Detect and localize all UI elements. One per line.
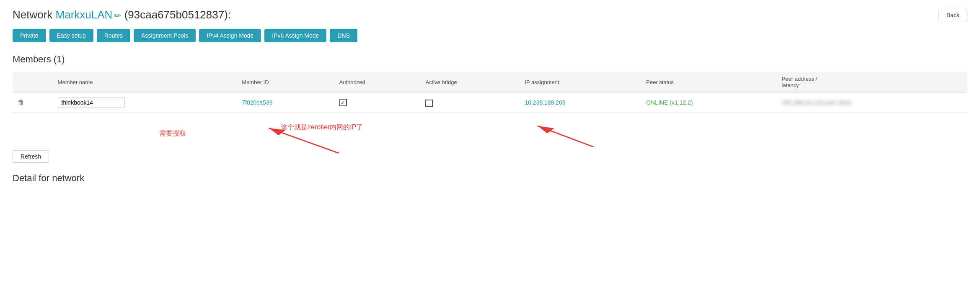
annotations-area: 需要授权 这个就是zerotier内网的IP了: [13, 113, 967, 150]
title-prefix: Network: [13, 8, 56, 21]
col-ip-assignment: IP assignment: [520, 72, 641, 93]
col-peer-address: Peer address / latency: [777, 72, 967, 93]
tab-ipv6-assign-mode[interactable]: IPv6 Assign Mode: [264, 29, 326, 42]
page-title: Network MarkxuLAN✏ (93caa675b0512837):: [13, 8, 231, 21]
ip-assignment-link[interactable]: 10.238.189.209: [525, 99, 565, 106]
authorized-cell[interactable]: ✓: [334, 93, 421, 113]
tab-easy-setup[interactable]: Easy setup: [49, 29, 93, 42]
col-active-bridge: Active bridge: [420, 72, 520, 93]
members-section-title: Members (1): [13, 54, 967, 65]
member-name-cell: [53, 93, 237, 113]
ip-assignment-cell: 10.238.189.209: [520, 93, 641, 113]
nav-tabs: Private Easy setup Routes Assignment Poo…: [13, 29, 967, 42]
peer-address-cell: 192.168.xxx.xxx:port 15ms: [777, 93, 967, 113]
authorized-checkbox[interactable]: ✓: [339, 99, 347, 106]
peer-address-text: 192.168.xxx.xxx:port 15ms: [782, 99, 852, 106]
network-id: (93caa675b0512837):: [124, 8, 231, 21]
peer-status-text: ONLINE (v1.12.2): [646, 99, 693, 106]
col-member-name: Member name: [53, 72, 237, 93]
delete-cell: 🗑: [13, 93, 53, 113]
col-peer-status: Peer status: [641, 72, 776, 93]
col-member-id: Member ID: [237, 72, 334, 93]
tab-dns[interactable]: DNS: [330, 29, 357, 42]
member-id-link[interactable]: 7f020ca539: [242, 99, 272, 106]
active-bridge-checkbox[interactable]: [425, 100, 433, 107]
annotation-zerotier-ip: 这个就是zerotier内网的IP了: [281, 123, 363, 132]
col-actions: [13, 72, 53, 93]
edit-icon[interactable]: ✏: [114, 11, 121, 20]
network-name: MarkxuLAN: [56, 8, 113, 21]
col-authorized: Authorized: [334, 72, 421, 93]
checkmark-icon: ✓: [341, 100, 345, 106]
active-bridge-cell[interactable]: [420, 93, 520, 113]
tab-assignment-pools[interactable]: Assignment Pools: [134, 29, 196, 42]
refresh-button[interactable]: Refresh: [13, 150, 49, 163]
members-table: Member name Member ID Authorized Active …: [13, 72, 967, 113]
page-header: Network MarkxuLAN✏ (93caa675b0512837): B…: [13, 8, 967, 21]
tab-ipv4-assign-mode[interactable]: IPv4 Assign Mode: [199, 29, 261, 42]
member-name-input[interactable]: [58, 97, 125, 108]
delete-icon[interactable]: 🗑: [18, 99, 24, 106]
tab-routes[interactable]: Routes: [97, 29, 130, 42]
tab-private[interactable]: Private: [13, 29, 46, 42]
peer-status-cell: ONLINE (v1.12.2): [641, 93, 776, 113]
member-id-cell: 7f020ca539: [237, 93, 334, 113]
members-table-wrapper: Member name Member ID Authorized Active …: [13, 72, 967, 113]
back-button[interactable]: Back: [939, 9, 967, 21]
table-header-row: Member name Member ID Authorized Active …: [13, 72, 967, 93]
detail-section-title: Detail for network: [13, 173, 967, 184]
annotation-needs-auth: 需要授权: [159, 129, 186, 138]
table-row: 🗑 7f020ca539 ✓: [13, 93, 967, 113]
